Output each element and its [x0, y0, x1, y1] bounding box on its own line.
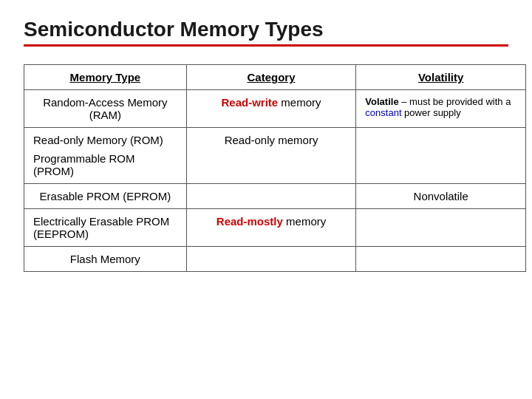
cell-rom-prom-type: Read-only Memory (ROM) Programmable ROM …: [24, 128, 187, 184]
nonvolatile-label: Nonvolatile: [414, 190, 468, 202]
page-title: Semiconductor Memory Types: [24, 18, 508, 41]
page-container: Semiconductor Memory Types Memory Type C…: [0, 0, 532, 290]
cell-flash-type: Flash Memory: [24, 247, 187, 272]
eprom-label: Erasable PROM (EPROM): [40, 190, 171, 202]
read-mostly-label: Read-mostly: [216, 215, 283, 228]
cell-ram-category: Read-write memory: [186, 90, 356, 128]
cell-flash-category: [186, 247, 356, 272]
header-volatility-label: Volatility: [418, 71, 463, 83]
cell-eeprom-category: Read-mostly memory: [186, 209, 356, 247]
volatile-suffix: power supply: [402, 107, 461, 118]
ram-category-text: memory: [278, 96, 321, 109]
read-only-label: Read-only memory: [225, 134, 318, 146]
memory-types-table: Memory Type Category Volatility Random-A…: [24, 64, 526, 272]
header-category: Category: [186, 65, 356, 90]
volatile-bold: Volatile: [365, 96, 398, 107]
constant-text: constant: [365, 107, 401, 118]
table-row: Flash Memory: [24, 247, 526, 272]
table-row: Random-Access Memory (RAM) Read-write me…: [24, 90, 526, 128]
cell-eeprom-volatility: [356, 209, 526, 247]
table-row: Erasable PROM (EPROM) Nonvolatile: [24, 184, 526, 209]
cell-ram-volatility: Volatile – must be provided with a const…: [356, 90, 526, 128]
header-memory-type: Memory Type: [24, 65, 187, 90]
read-write-bold: Read-write: [222, 96, 279, 109]
eeprom-label: Electrically Erasable PROM (EEPROM): [33, 215, 169, 240]
cell-eeprom-type: Electrically Erasable PROM (EEPROM): [24, 209, 187, 247]
rom-label: Read-only Memory (ROM): [33, 134, 177, 146]
header-memory-type-label: Memory Type: [70, 71, 141, 83]
ram-label: Random-Access Memory (RAM): [43, 96, 167, 121]
table-row: Electrically Erasable PROM (EEPROM) Read…: [24, 209, 526, 247]
table-row: Read-only Memory (ROM) Programmable ROM …: [24, 128, 526, 184]
title-underline: [24, 44, 508, 47]
prom-label: Programmable ROM (PROM): [33, 152, 177, 177]
cell-eprom-volatility: Nonvolatile: [356, 184, 526, 209]
cell-eprom-category: [186, 184, 356, 209]
volatile-dash: – must be provided with a: [399, 96, 511, 107]
header-category-label: Category: [248, 71, 296, 83]
cell-flash-volatility: [356, 247, 526, 272]
cell-eprom-type: Erasable PROM (EPROM): [24, 184, 187, 209]
cell-rom-category: Read-only memory: [186, 128, 356, 184]
eeprom-memory-text: memory: [283, 215, 326, 228]
flash-label: Flash Memory: [70, 253, 140, 265]
cell-rom-volatility: [356, 128, 526, 184]
header-volatility: Volatility: [356, 65, 526, 90]
cell-ram-type: Random-Access Memory (RAM): [24, 90, 187, 128]
